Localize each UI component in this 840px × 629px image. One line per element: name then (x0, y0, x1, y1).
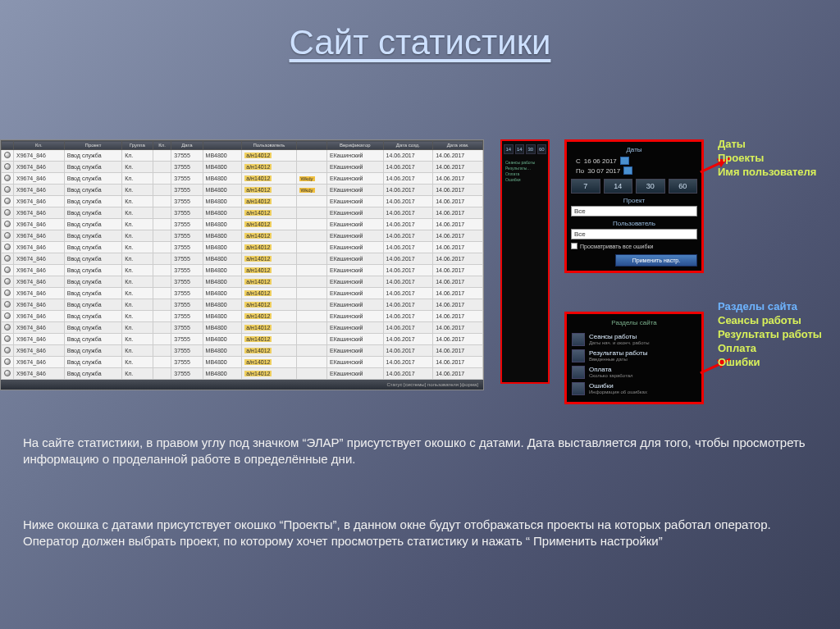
table-row[interactable]: Х9674_846Ввод службаКл.37555МВ4800а/н140… (2, 230, 483, 242)
filter-panel: Даты С 16 06 2017 По 30 07 2017 7143060 … (564, 139, 704, 273)
table-header (2, 141, 14, 150)
table-row[interactable]: Х9674_846Ввод службаКл.37555МВ4800а/н140… (2, 288, 483, 299)
statistics-table: Кл.ПроектГруппаКл.ДатаПользовательВерифи… (1, 140, 483, 380)
calendar-icon[interactable] (623, 166, 632, 175)
page-title: Сайт статистики (0, 0, 840, 62)
checkbox-icon[interactable] (571, 243, 578, 249)
filter-heading: Даты (571, 146, 697, 153)
section-item[interactable]: ОшибкиИнформация об ошибках (572, 381, 696, 397)
table-header: Дата созд. (383, 141, 433, 150)
mid-section-links: Сеансы работы Результаты… Оплата Ошибки (502, 157, 548, 185)
table-row[interactable]: Х9674_846Ввод службаКл.37555МВ4800а/н140… (2, 345, 483, 357)
info-icon[interactable] (4, 152, 11, 158)
user-select[interactable]: Все (571, 229, 697, 239)
status-bar: Статус [системы] пользователя [форма] (1, 380, 483, 390)
period-button[interactable]: 60 (669, 179, 698, 194)
user-label: Пользователь (571, 220, 697, 227)
sections-title: Разделы сайта (572, 319, 696, 326)
annotation-dates: Даты Проекты Имя пользователя (718, 138, 816, 180)
table-row[interactable]: Х9674_846Ввод службаКл.37555МВ4800а/н140… (2, 196, 483, 207)
info-icon[interactable] (4, 175, 11, 181)
mid-sidebar-thumbnail: 14143060 Сеансы работы Результаты… Оплат… (500, 139, 550, 384)
sections-panel: Разделы сайта Сеансы работыДаты нач. и о… (564, 312, 704, 404)
info-icon[interactable] (4, 289, 11, 296)
description-paragraph-1: На сайте статистики, в правом углу под з… (23, 435, 810, 468)
info-icon[interactable] (4, 221, 11, 227)
table-row[interactable]: Х9674_846Ввод службаКл.37555МВ4800а/н140… (2, 253, 483, 265)
info-icon[interactable] (4, 278, 11, 285)
period-button[interactable]: 14 (604, 179, 633, 194)
period-button[interactable]: 30 (636, 179, 665, 194)
info-icon[interactable] (4, 312, 11, 319)
info-icon[interactable] (4, 244, 11, 250)
table-header: Дата изм. (433, 141, 483, 150)
table-header: Кл. (153, 141, 171, 150)
from-label: С (576, 157, 581, 165)
table-row[interactable]: Х9674_846Ввод службаКл.37555МВ4800а/н140… (2, 265, 483, 276)
period-box[interactable]: 14 (515, 144, 525, 154)
info-icon[interactable] (4, 301, 11, 308)
table-row[interactable]: Х9674_846Ввод службаКл.37555МВ4800а/н140… (2, 162, 483, 173)
table-row[interactable]: Х9674_846Ввод службаКл.37555МВ4800а/н140… (2, 357, 483, 368)
annotation-sections: Разделы сайта Сеансы работы Результаты р… (718, 300, 822, 369)
period-button[interactable]: 7 (571, 179, 600, 194)
info-icon[interactable] (4, 255, 11, 262)
period-box[interactable]: 30 (526, 144, 536, 154)
info-icon[interactable] (4, 358, 11, 365)
from-date-value: 16 06 2017 (584, 157, 617, 165)
errors-checkbox-row[interactable]: Просматривать все ошибки (571, 241, 697, 251)
checkbox-label: Просматривать все ошибки (580, 244, 653, 249)
table-header: Пользователь (242, 141, 296, 150)
table-header: Проект (64, 141, 121, 150)
table-row[interactable]: Х9674_846Ввод службаКл.37555МВ4800а/н140… (2, 299, 483, 311)
table-row[interactable]: Х9674_846Ввод службаКл.37555МВ4800а/н140… (2, 242, 483, 253)
table-row[interactable]: Х9674_846Ввод службаКл.37555МВ4800а/н140… (2, 150, 483, 162)
info-icon[interactable] (4, 267, 11, 273)
info-icon[interactable] (4, 232, 11, 239)
table-row[interactable]: Х9674_846Ввод службаКл.37555МВ4800а/н140… (2, 185, 483, 196)
section-icon (572, 333, 585, 346)
table-header: Верификатор (327, 141, 383, 150)
section-icon (572, 366, 585, 379)
description-paragraph-2: Ниже окошка с датами присутствует окошко… (23, 517, 810, 550)
table-row[interactable]: Х9674_846Ввод службаКл.37555МВ4800а/н140… (2, 207, 483, 219)
info-icon[interactable] (4, 186, 11, 193)
period-box[interactable]: 14 (504, 144, 514, 154)
date-to-row: По 30 07 2017 (571, 166, 697, 175)
project-label: Проект (571, 197, 697, 204)
apply-button[interactable]: Применить настр. (615, 254, 697, 267)
section-item[interactable]: Сеансы работыДаты нач. и оконч. работы (572, 331, 696, 348)
to-label: По (576, 167, 584, 175)
table-row[interactable]: Х9674_846Ввод службаКл.37555МВ4800а/н140… (2, 311, 483, 322)
table-header (203, 141, 242, 150)
info-icon[interactable] (4, 370, 11, 376)
project-select[interactable]: Все (571, 206, 697, 217)
table-row[interactable]: Х9674_846Ввод службаКл.37555МВ4800а/н140… (2, 368, 483, 380)
table-row[interactable]: Х9674_846Ввод службаКл.37555МВ4800а/н140… (2, 219, 483, 230)
info-icon[interactable] (4, 335, 11, 342)
info-icon[interactable] (4, 324, 11, 330)
info-icon[interactable] (4, 198, 11, 204)
section-item[interactable]: Результаты работыВведенные даты (572, 348, 696, 364)
section-icon (572, 349, 585, 362)
table-header: Группа (122, 141, 153, 150)
period-box[interactable]: 60 (537, 144, 547, 154)
to-date-value: 30 07 2017 (587, 167, 620, 175)
info-icon[interactable] (4, 347, 11, 353)
info-icon[interactable] (4, 163, 11, 170)
section-icon (572, 382, 585, 395)
info-icon[interactable] (4, 209, 11, 216)
table-row[interactable]: Х9674_846Ввод службаКл.37555МВ4800а/н140… (2, 276, 483, 288)
table-row[interactable]: Х9674_846Ввод службаКл.37555МВ4800а/н140… (2, 334, 483, 345)
date-from-row: С 16 06 2017 (571, 156, 697, 166)
calendar-icon[interactable] (620, 157, 629, 165)
table-header: Дата (171, 141, 203, 150)
table-row[interactable]: Х9674_846Ввод службаКл.37555МВ4800а/н140… (2, 322, 483, 334)
statistics-table-screenshot: Кл.ПроектГруппаКл.ДатаПользовательВерифи… (0, 139, 484, 390)
table-row[interactable]: Х9674_846Ввод службаКл.37555МВ4800а/н140… (2, 173, 483, 185)
section-item[interactable]: ОплатаСколько заработал (572, 364, 696, 381)
table-header: Кл. (14, 141, 65, 150)
table-header (296, 141, 327, 150)
